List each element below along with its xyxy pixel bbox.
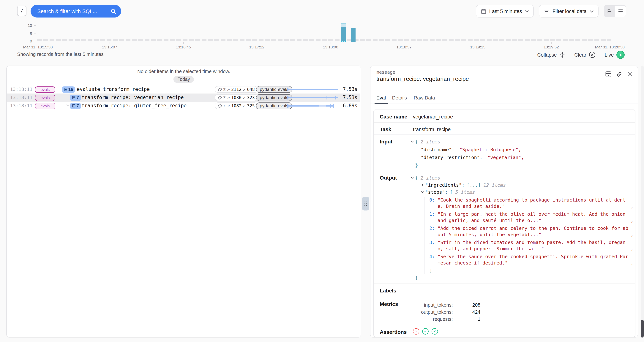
json-comma: , — [630, 246, 634, 252]
filter-local-data-dropdown[interactable]: Filter local data — [539, 5, 598, 18]
evals-badge[interactable]: evals — [35, 94, 55, 101]
y-axis-tick — [34, 41, 36, 41]
trace-row-vegetarian-recipe[interactable]: 13:18:11 evals ⊞ 7 transform_recipe: veg… — [7, 94, 360, 102]
coin-icon — [218, 96, 222, 100]
search-button[interactable]: Search & filter with SQL... — [30, 5, 121, 18]
sum-icon: Σ — [223, 87, 226, 92]
labels-row: Labels — [374, 284, 635, 297]
task-label: Task — [380, 126, 391, 132]
tab-raw-data[interactable]: Raw Data — [414, 95, 435, 100]
span-count: 7 — [76, 95, 79, 100]
clear-button[interactable]: Clear — [574, 52, 596, 58]
json-string-value: "Serve the sauce over the cooked spaghet… — [438, 253, 630, 266]
panel-resize-handle[interactable] — [362, 197, 369, 210]
json-string-value: "Stir in the diced tomatoes and tomato p… — [438, 239, 630, 252]
collapse-label: Collapse — [537, 52, 557, 58]
json-close-brace: } — [415, 274, 418, 281]
live-toggle-button[interactable]: Live ◆ — [604, 51, 624, 59]
chevron-down-icon[interactable] — [411, 140, 414, 144]
tree-view-button[interactable] — [604, 6, 615, 17]
json-string-value: "vegetarian", — [488, 154, 524, 160]
case-name-value: vegetarian_recipe — [413, 114, 453, 120]
y-axis-tick — [34, 25, 36, 26]
assertion-fail-icon: × — [413, 328, 419, 334]
copy-link-button[interactable] — [616, 71, 622, 78]
span-name: transform_recipe: gluten_free_recipe — [82, 103, 187, 108]
chevron-right-icon[interactable] — [421, 183, 424, 187]
x-axis-tick — [551, 42, 552, 44]
json-collapsed-array: [...] — [467, 182, 481, 188]
records-panel: No older items in the selected time wind… — [6, 66, 361, 338]
span-count: 7 — [76, 103, 79, 108]
json-string-value: "In a large pan, heat the olive oil over… — [438, 211, 630, 224]
json-index: 4: — [429, 253, 435, 260]
time-range-dropdown[interactable]: Last 5 minutes — [476, 5, 534, 18]
json-key: "ingredients": — [425, 182, 464, 188]
x-tick-label: Mar 31. 13:20:30 — [595, 45, 624, 49]
tokens-out-arrow-icon: ↙ — [242, 87, 246, 92]
tag-pill[interactable]: pydantic-evals — [256, 102, 292, 109]
dock-panel-button[interactable] — [605, 71, 612, 78]
chevron-down-icon[interactable] — [421, 190, 424, 194]
duration-text: 6.89s — [343, 103, 358, 108]
timeline-histogram[interactable]: 10 5 0 Mar 31. 13:15:30 13:16:07 13:16:4… — [0, 21, 644, 50]
tab-eval[interactable]: Eval — [376, 95, 386, 100]
json-array-item: 2: "Add the diced carrot and celery to t… — [429, 225, 633, 238]
x-axis-tick — [183, 42, 184, 44]
tag-pill[interactable]: pydantic-evals — [256, 94, 292, 101]
metrics-row: Metrics input_tokens: 208 output_tokens:… — [374, 297, 635, 325]
json-index: 1: — [429, 211, 435, 217]
span-count: 16 — [68, 87, 73, 92]
histogram-bar-selected[interactable] — [341, 23, 346, 42]
json-key: "steps": — [425, 189, 448, 195]
tree-view-icon — [607, 9, 612, 14]
detail-title: transform_recipe: vegetarian_recipe — [376, 76, 469, 82]
assertion-pass-icon: ✓ — [432, 328, 438, 334]
x-tick-label: 13:16:45 — [176, 45, 191, 49]
metric-value: 208 — [456, 302, 480, 308]
span-count-toggle[interactable]: ⊞ 7 — [70, 94, 81, 101]
json-string-value: "Add the diced carrot and celery to the … — [438, 225, 630, 238]
json-array-item: 0: "Cook the spaghetti according to pack… — [429, 197, 633, 209]
evals-badge[interactable]: evals — [35, 103, 55, 109]
list-view-button[interactable] — [615, 6, 626, 17]
collapse-button[interactable]: Collapse — [537, 52, 565, 58]
token-usage-pill: Σ ↗ 1082 ↙ 325 — [215, 102, 258, 109]
scrollbar-track[interactable] — [641, 66, 644, 338]
x-tick-label: 13:18:37 — [396, 45, 412, 49]
close-panel-button[interactable] — [626, 71, 633, 78]
tokens-in-count: 1030 — [231, 95, 242, 100]
live-indicator-icon: ◆ — [616, 51, 624, 59]
trace-row-gluten-free-recipe[interactable]: 13:18:11 evals ⊞ 7 transform_recipe: glu… — [7, 102, 360, 110]
tag-pill[interactable]: pydantic-evals — [256, 86, 292, 93]
metric-value: 424 — [456, 309, 480, 315]
input-label: Input — [380, 138, 392, 144]
task-value: transform_recipe — [413, 127, 451, 132]
x-tick-label: 13:18:00 — [323, 45, 338, 49]
assertions-row: Assertions × ✓ ✓ — [374, 325, 635, 337]
json-items-note: 5 items — [456, 189, 475, 195]
chevron-down-icon[interactable] — [411, 176, 414, 180]
span-count-toggle[interactable]: ⊞ 7 — [70, 103, 81, 109]
x-tick-label: 13:16:07 — [102, 45, 117, 49]
json-entry: "dietary_restriction": "vegetarian", — [421, 154, 633, 160]
row-timestamp: 13:18:11 — [10, 95, 32, 100]
json-array-item: 1: "In a large pan, heat the olive oil o… — [429, 211, 633, 224]
tokens-in-arrow-icon: ↗ — [227, 104, 230, 108]
list-view-icon — [618, 9, 623, 14]
span-count-toggle[interactable]: ⊟ 16 — [62, 86, 75, 92]
json-array-item: 3: "Stir in the diced tomatoes and tomat… — [429, 239, 633, 252]
view-mode-toggle — [604, 5, 626, 17]
trace-row-evaluate-transform-recipe[interactable]: 13:18:11 evals ⊟ 16 evaluate transform_r… — [7, 85, 360, 94]
x-tick-label: 13:19:52 — [544, 45, 559, 49]
json-comma: , — [630, 217, 634, 224]
app-root: / Search & filter with SQL... Last 5 min… — [0, 0, 644, 342]
row-timestamp: 13:18:11 — [10, 103, 32, 108]
scrollbar-thumb[interactable] — [641, 320, 644, 338]
json-close-brace: } — [415, 162, 418, 168]
expand-square-icon: ⊞ — [72, 104, 76, 108]
coin-icon — [218, 87, 222, 92]
histogram-bar[interactable] — [351, 28, 356, 42]
tab-details[interactable]: Details — [392, 95, 407, 100]
evals-badge[interactable]: evals — [35, 86, 55, 92]
